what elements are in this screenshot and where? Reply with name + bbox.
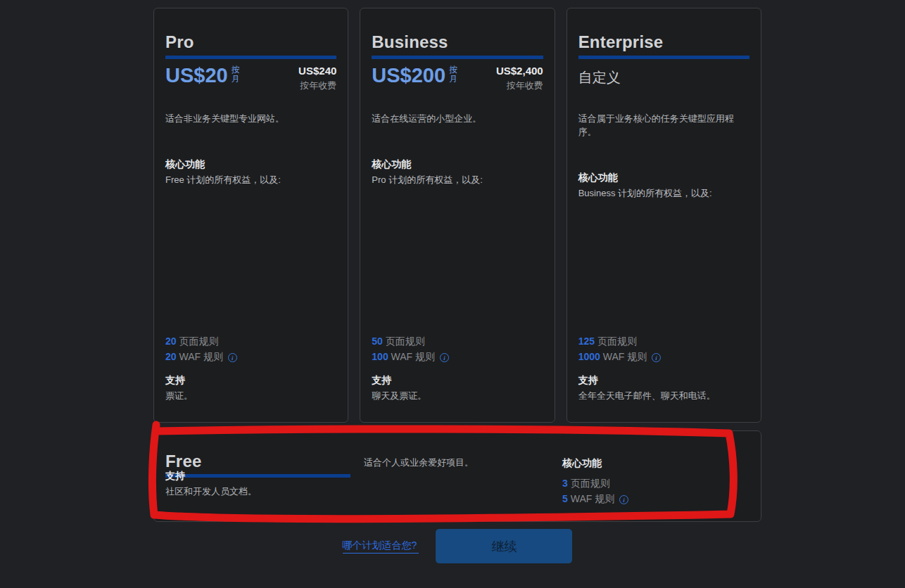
plan-description: 适合个人或业余爱好项目。	[364, 451, 551, 510]
support-text: 社区和开发人员文档。	[165, 485, 353, 498]
waf-rules-line: 1000 WAF 规则	[578, 349, 749, 364]
support-heading: 支持	[165, 469, 353, 482]
plans-container: Pro US$20 按 月 US$240 按年收费 适合非业务	[153, 8, 761, 522]
spacer	[165, 186, 336, 333]
free-plan-summary: Free 支持 社区和开发人员文档。	[165, 451, 353, 510]
page-rules-line: 20 页面规则	[165, 333, 336, 349]
continue-button[interactable]: 继续	[436, 529, 572, 563]
monthly-price: US$20	[165, 64, 228, 87]
waf-rules-count: 100	[372, 351, 388, 362]
waf-rules-label: WAF 规则	[179, 351, 222, 362]
free-plan-features: 核心功能 3 页面规则 5 WAF 规则	[562, 451, 749, 510]
page-rules-count: 125	[578, 335, 595, 347]
waf-rules-line: 20 WAF 规则	[165, 349, 336, 364]
plan-card-pro[interactable]: Pro US$20 按 月 US$240 按年收费 适合非业务	[153, 8, 348, 423]
support-heading: 支持	[165, 373, 336, 386]
plan-title: Enterprise	[578, 32, 749, 53]
waf-rules-label: WAF 规则	[571, 493, 614, 504]
info-icon[interactable]	[440, 353, 449, 362]
info-icon[interactable]	[619, 495, 628, 504]
core-features-intro: Pro 计划的所有权益，以及:	[372, 174, 543, 186]
core-features-heading: 核心功能	[165, 158, 336, 170]
page-rules-count: 20	[165, 335, 177, 347]
plan-title: Business	[372, 32, 543, 53]
price-row: US$20 按 月 US$240 按年收费	[165, 64, 336, 96]
spacer	[372, 186, 543, 333]
which-plan-link[interactable]: 哪个计划适合您?	[343, 539, 419, 554]
support-text: 票证。	[165, 390, 336, 402]
spacer	[578, 200, 749, 333]
pricing-page: Pro US$20 按 月 US$240 按年收费 适合非业务	[0, 0, 905, 588]
core-features-heading: 核心功能	[372, 158, 543, 170]
plan-card-business[interactable]: Business US$200 按 月 US$2,400 按年收费	[360, 8, 555, 423]
page-rules-line: 50 页面规则	[372, 333, 543, 349]
page-rules-label: 页面规则	[386, 335, 425, 347]
plan-card-free[interactable]: Free 支持 社区和开发人员文档。 适合个人或业余爱好项目。 核心功能 3 页…	[153, 430, 761, 522]
waf-rules-count: 1000	[578, 351, 600, 362]
info-icon[interactable]	[228, 353, 237, 362]
waf-rules-line: 5 WAF 规则	[562, 491, 749, 506]
page-rules-count: 3	[562, 478, 568, 489]
page-rules-label: 页面规则	[179, 335, 218, 347]
page-rules-line: 125 页面规则	[578, 333, 749, 349]
price-row: 自定义	[578, 64, 749, 96]
core-features-heading: 核心功能	[578, 171, 749, 184]
plan-card-enterprise[interactable]: Enterprise 自定义 适合属于业务核心的任务关键型应用程序。 核心功能 …	[567, 8, 761, 423]
support-text: 聊天及票证。	[372, 390, 543, 402]
per-month-label: 按 月	[449, 65, 457, 84]
core-features-intro: Free 计划的所有权益，以及:	[165, 174, 336, 186]
support-heading: 支持	[372, 373, 543, 386]
waf-rules-count: 20	[165, 351, 177, 362]
page-rules-line: 3 页面规则	[562, 475, 749, 491]
annual-price: US$240	[298, 64, 336, 77]
plan-title: Pro	[165, 32, 336, 53]
plan-description: 适合在线运营的小型企业。	[372, 112, 543, 125]
waf-rules-label: WAF 规则	[391, 351, 435, 362]
info-icon[interactable]	[652, 353, 661, 362]
core-features-intro: Business 计划的所有权益，以及:	[578, 187, 749, 200]
footer-actions: 哪个计划适合您? 继续	[153, 529, 761, 563]
plan-divider	[165, 56, 336, 59]
annual-billing-label: 按年收费	[496, 79, 543, 92]
plan-divider	[578, 56, 749, 59]
annual-price: US$2,400	[496, 64, 543, 77]
core-features-heading: 核心功能	[562, 456, 749, 469]
waf-rules-label: WAF 规则	[603, 351, 647, 362]
plan-cards-row: Pro US$20 按 月 US$240 按年收费 适合非业务	[153, 8, 761, 423]
plan-description: 适合非业务关键型专业网站。	[165, 112, 336, 125]
waf-rules-line: 100 WAF 规则	[372, 349, 543, 364]
page-rules-label: 页面规则	[571, 478, 610, 489]
annual-billing-label: 按年收费	[298, 79, 336, 92]
plan-divider	[372, 56, 543, 59]
support-heading: 支持	[578, 373, 749, 386]
support-text: 全年全天电子邮件、聊天和电话。	[578, 390, 749, 402]
monthly-price: US$200	[372, 64, 445, 87]
price-row: US$200 按 月 US$2,400 按年收费	[372, 64, 543, 96]
per-month-label: 按 月	[232, 65, 240, 84]
waf-rules-count: 5	[562, 493, 568, 504]
page-rules-label: 页面规则	[597, 335, 637, 347]
page-rules-count: 50	[372, 335, 383, 347]
custom-price: 自定义	[578, 68, 621, 87]
plan-description: 适合属于业务核心的任务关键型应用程序。	[578, 112, 749, 139]
